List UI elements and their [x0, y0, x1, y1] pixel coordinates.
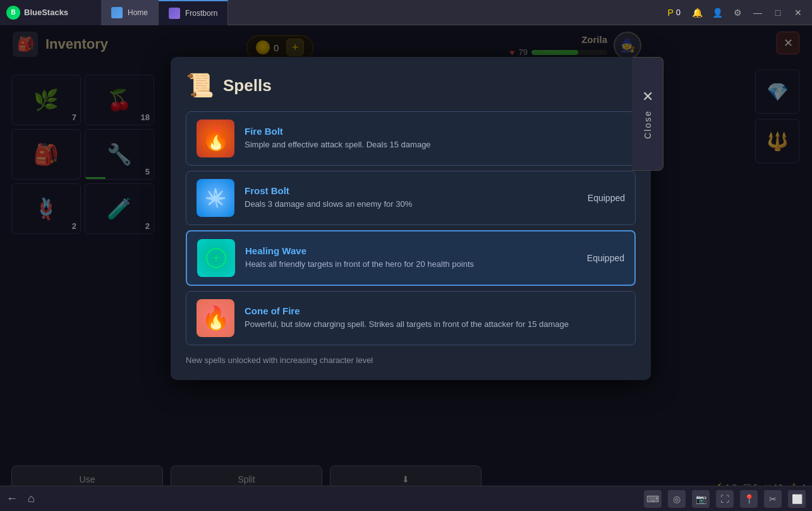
spell-item-frost-bolt[interactable]: Frost Bolt Deals 3 damage and slows an e… [186, 171, 636, 225]
close-panel-button[interactable]: ✕ Close [632, 57, 664, 171]
game-area: 🎒 Inventory 0 + Zorila ♥ 79 🧙 ✕ 🌿 7 [0, 25, 812, 511]
taskbar-right: ⌨ ◎ 📷 ⛶ 📍 ✂ ⬜ [644, 490, 806, 508]
spell-item-healing-wave[interactable]: + Healing Wave Heals all friendly target… [186, 230, 636, 286]
frost-bolt-info: Frost Bolt Deals 3 damage and slows an e… [245, 185, 578, 210]
tab-home[interactable]: Home [101, 0, 159, 25]
svg-point-1 [213, 195, 218, 200]
maximize-btn[interactable]: □ [769, 4, 787, 22]
settings-btn[interactable]: ⚙ [729, 4, 746, 22]
modal-footer: New spells unlocked with increasing char… [186, 355, 636, 365]
frost-bolt-equipped: Equipped [588, 193, 625, 203]
bluestacks-logo: B BlueStacks [0, 0, 101, 25]
frost-bolt-desc: Deals 3 damage and slows an enemy for 30… [245, 199, 578, 210]
fire-bolt-info: Fire Bolt Simple and effective attack sp… [245, 126, 625, 151]
home-icon[interactable]: ⌂ [28, 492, 35, 505]
window-controls: P 0 🔔 👤 ⚙ — □ ✕ [662, 4, 812, 22]
frost-bolt-icon [197, 179, 234, 217]
taskbar-left: ← ⌂ [6, 492, 35, 505]
cone-of-fire-desc: Powerful, but slow charging spell. Strik… [245, 319, 625, 330]
fire-bolt-name: Fire Bolt [245, 126, 625, 137]
points-display: P 0 [662, 4, 686, 22]
back-icon[interactable]: ← [6, 492, 18, 505]
minimize-btn[interactable]: — [749, 4, 767, 22]
modal-title: Spells [223, 76, 272, 95]
title-bar: B BlueStacks Home Frostborn P 0 🔔 👤 ⚙ — … [0, 0, 812, 25]
healing-wave-name: Healing Wave [245, 245, 577, 256]
spell-list: 🔥 Fire Bolt Simple and effective attack … [186, 111, 636, 345]
modal-footer-text: New spells unlocked with increasing char… [186, 355, 373, 365]
close-label: Close [643, 110, 653, 139]
frostborn-tab-label: Frostborn [185, 9, 217, 18]
svg-text:+: + [212, 251, 220, 265]
frostborn-tab-icon [169, 8, 180, 19]
cone-of-fire-name: Cone of Fire [245, 305, 625, 316]
tab-frostborn[interactable]: Frostborn [159, 0, 228, 25]
home-tab-label: Home [128, 8, 148, 17]
healing-wave-equipped: Equipped [587, 253, 624, 263]
keyboard-btn[interactable]: ⌨ [644, 490, 662, 508]
cone-of-fire-info: Cone of Fire Powerful, but slow charging… [245, 305, 625, 330]
notification-btn[interactable]: 🔔 [688, 4, 706, 22]
healing-wave-icon: + [197, 239, 235, 277]
screenshot-btn[interactable]: 📷 [692, 490, 710, 508]
bluestacks-name: BlueStacks [24, 8, 68, 17]
healing-wave-info: Healing Wave Heals all friendly targets … [245, 245, 577, 270]
close-x-icon: ✕ [642, 89, 653, 105]
scroll-icon: 📜 [186, 72, 214, 99]
more-btn[interactable]: ⬜ [788, 490, 806, 508]
home-tab-icon [111, 7, 123, 18]
scissors-btn[interactable]: ✂ [764, 490, 782, 508]
modal-header: 📜 Spells [186, 72, 636, 99]
frost-bolt-name: Frost Bolt [245, 185, 578, 196]
fire-bolt-desc: Simple and effective attack spell. Deals… [245, 139, 625, 151]
eye-btn[interactable]: ◎ [668, 490, 686, 508]
cone-of-fire-icon: 🔥 [197, 299, 234, 337]
healing-wave-desc: Heals all friendly targets in front of t… [245, 259, 577, 270]
bluestacks-icon: B [6, 6, 20, 20]
fullscreen-btn[interactable]: ⛶ [716, 490, 734, 508]
account-btn[interactable]: 👤 [708, 4, 726, 22]
taskbar: ← ⌂ ⌨ ◎ 📷 ⛶ 📍 ✂ ⬜ [0, 486, 812, 511]
spell-item-fire-bolt[interactable]: 🔥 Fire Bolt Simple and effective attack … [186, 111, 636, 166]
spell-item-cone-of-fire[interactable]: 🔥 Cone of Fire Powerful, but slow chargi… [186, 291, 636, 345]
location-btn[interactable]: 📍 [740, 490, 758, 508]
fire-bolt-icon: 🔥 [197, 120, 234, 157]
spells-modal: 📜 Spells 🔥 Fire Bolt Simple and effectiv… [171, 57, 651, 380]
window-close-btn[interactable]: ✕ [789, 4, 807, 22]
